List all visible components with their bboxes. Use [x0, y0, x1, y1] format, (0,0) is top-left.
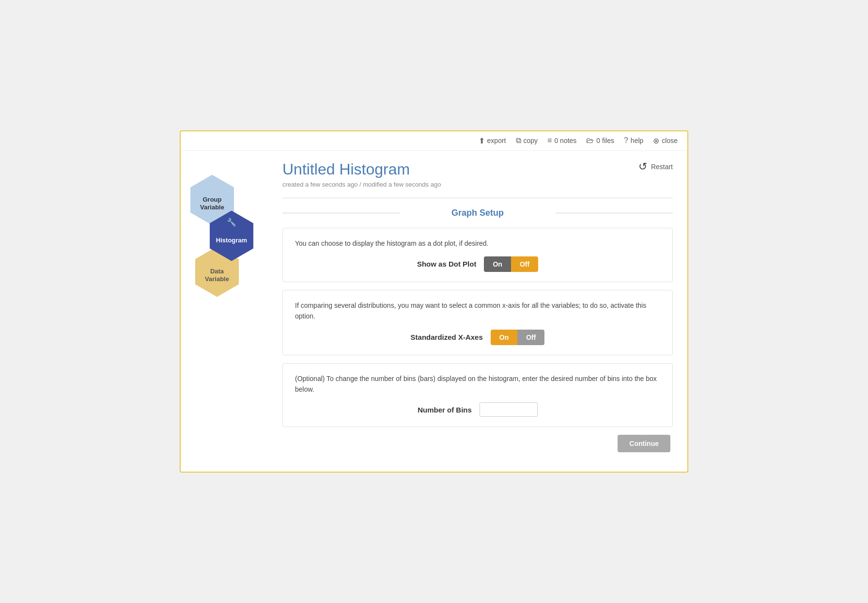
- copy-icon: ⧉: [516, 136, 521, 145]
- export-icon: ⬆: [479, 136, 485, 145]
- continue-button[interactable]: Continue: [618, 435, 670, 452]
- dot-plot-label: Show as Dot Plot: [417, 260, 477, 268]
- header-divider: [282, 198, 673, 198]
- bins-card: (Optional) To change the number of bins …: [282, 363, 673, 428]
- restart-icon: ↺: [638, 160, 647, 173]
- x-axes-control: Standardized X-Axes On Off: [295, 330, 660, 345]
- dot-plot-on-button[interactable]: On: [484, 256, 511, 272]
- title-block: Untitled Histogram created a few seconds…: [282, 160, 441, 188]
- dot-plot-off-button[interactable]: Off: [511, 256, 538, 272]
- dot-plot-card: You can choose to display the histogram …: [282, 228, 673, 282]
- restart-button[interactable]: ↺ Restart: [638, 160, 673, 173]
- notes-icon: ≡: [547, 136, 552, 145]
- section-title: Graph Setup: [282, 208, 673, 218]
- close-button[interactable]: ⊗ close: [653, 136, 678, 145]
- toolbar: ⬆ export ⧉ copy ≡ 0 notes 🗁 0 files ? he…: [181, 131, 687, 151]
- bins-control: Number of Bins: [295, 402, 660, 417]
- copy-button[interactable]: ⧉ copy: [516, 136, 538, 145]
- page-subtitle: created a few seconds ago / modified a f…: [282, 181, 441, 188]
- bins-label: Number of Bins: [418, 406, 472, 414]
- histogram-icon: 🔧: [227, 218, 236, 227]
- page-header: Untitled Histogram created a few seconds…: [282, 160, 673, 188]
- export-button[interactable]: ⬆ export: [479, 136, 506, 145]
- x-axes-description: If comparing several distributions, you …: [295, 300, 660, 322]
- bins-description: (Optional) To change the number of bins …: [295, 373, 660, 395]
- dot-plot-control: Show as Dot Plot On Off: [295, 256, 660, 272]
- notes-button[interactable]: ≡ 0 notes: [547, 136, 576, 145]
- close-icon: ⊗: [653, 136, 659, 145]
- bins-input[interactable]: [480, 402, 538, 417]
- files-icon: 🗁: [586, 136, 594, 145]
- dot-plot-description: You can choose to display the histogram …: [295, 238, 660, 249]
- help-icon: ?: [624, 136, 628, 145]
- help-button[interactable]: ? help: [624, 136, 643, 145]
- x-axes-on-button[interactable]: On: [491, 330, 517, 345]
- dot-plot-toggle: On Off: [484, 256, 538, 272]
- x-axes-toggle: On Off: [491, 330, 545, 345]
- page-title: Untitled Histogram: [282, 160, 441, 178]
- x-axes-card: If comparing several distributions, you …: [282, 290, 673, 355]
- x-axes-label: Standardized X-Axes: [411, 333, 483, 341]
- hex-nodes: GroupVariable 🔧 Histogram DataVariable: [190, 175, 253, 297]
- data-variable-label: DataVariable: [205, 268, 229, 283]
- group-variable-label: GroupVariable: [200, 196, 224, 211]
- main-container: ⬆ export ⧉ copy ≡ 0 notes 🗁 0 files ? he…: [180, 130, 688, 473]
- files-button[interactable]: 🗁 0 files: [586, 136, 614, 145]
- x-axes-off-button[interactable]: Off: [517, 330, 544, 345]
- continue-row: Continue: [282, 435, 673, 452]
- histogram-label: Histogram: [216, 237, 247, 244]
- content-area: Untitled Histogram created a few seconds…: [268, 151, 687, 462]
